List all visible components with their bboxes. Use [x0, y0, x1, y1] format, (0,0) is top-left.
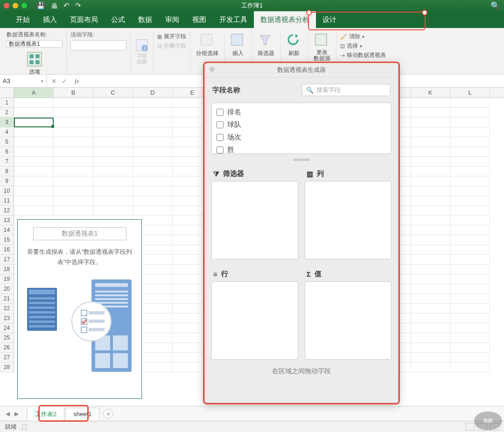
field-checkbox[interactable] [217, 134, 224, 141]
cell[interactable] [93, 176, 133, 186]
tab-home[interactable]: 开始 [9, 11, 36, 28]
cell[interactable] [450, 98, 490, 108]
row-header-16[interactable]: 16 [0, 245, 14, 255]
cell[interactable] [14, 157, 54, 167]
cell[interactable] [450, 206, 490, 216]
sheet-tab-1[interactable]: 工作表2 [27, 407, 64, 421]
builder-title-bar[interactable]: 数据透视表生成器 [205, 63, 398, 77]
cell[interactable] [450, 157, 490, 167]
row-header-7[interactable]: 7 [0, 157, 14, 167]
row-header-17[interactable]: 17 [0, 255, 14, 265]
select-button[interactable]: ⊡选择▾ [340, 42, 386, 50]
row-header-19[interactable]: 19 [0, 274, 14, 284]
cell[interactable] [411, 284, 450, 294]
cell[interactable] [133, 108, 173, 118]
cell[interactable] [450, 108, 490, 118]
cell[interactable] [133, 98, 173, 108]
cell[interactable] [411, 216, 450, 225]
cell[interactable] [411, 333, 450, 343]
row-header-14[interactable]: 14 [0, 225, 14, 235]
active-field-input[interactable] [70, 40, 126, 50]
cell[interactable] [450, 235, 490, 245]
cell[interactable] [54, 167, 93, 176]
cell[interactable] [93, 196, 133, 206]
tab-formulas[interactable]: 公式 [105, 11, 132, 28]
cell[interactable] [411, 157, 450, 167]
cell[interactable] [450, 147, 490, 157]
cell[interactable] [411, 255, 450, 265]
cell[interactable] [411, 294, 450, 304]
cell[interactable] [450, 362, 490, 372]
cell[interactable] [450, 314, 490, 323]
cell[interactable] [14, 108, 54, 118]
name-box[interactable]: A3▾ [0, 75, 47, 87]
row-header-13[interactable]: 13 [0, 216, 14, 225]
cell[interactable] [93, 147, 133, 157]
window-maximize[interactable] [21, 3, 27, 8]
panel-drag-handle[interactable] [293, 159, 310, 161]
cell[interactable] [54, 147, 93, 157]
cell[interactable] [133, 157, 173, 167]
tab-data[interactable]: 数据 [132, 11, 159, 28]
cell[interactable] [54, 157, 93, 167]
cell[interactable] [14, 147, 54, 157]
row-header-25[interactable]: 25 [0, 333, 14, 343]
cell[interactable] [411, 98, 450, 108]
cell[interactable] [450, 265, 490, 274]
field-checkbox[interactable] [217, 109, 224, 116]
field-checkbox[interactable] [217, 146, 224, 153]
field-item[interactable]: 排名 [215, 106, 388, 118]
cell[interactable] [14, 127, 54, 137]
cell[interactable] [93, 108, 133, 118]
cell[interactable] [14, 176, 54, 186]
move-pivot-button[interactable]: ⇢移动数据透视表 [340, 51, 386, 59]
cell[interactable] [14, 196, 54, 206]
cell[interactable] [54, 98, 93, 108]
cell[interactable] [133, 137, 173, 147]
cell[interactable] [450, 245, 490, 255]
cell[interactable] [450, 118, 490, 127]
cell[interactable] [450, 127, 490, 137]
tab-pivot-analyze[interactable]: 数据透视表分析 [254, 11, 316, 28]
cell[interactable] [14, 206, 54, 216]
cell[interactable] [411, 196, 450, 206]
cell[interactable] [54, 127, 93, 137]
row-header-26[interactable]: 26 [0, 343, 14, 353]
cell[interactable] [133, 118, 173, 127]
cell[interactable] [54, 108, 93, 118]
select-all-corner[interactable] [0, 88, 14, 98]
zone-rows[interactable] [211, 281, 298, 360]
cell[interactable] [93, 118, 133, 127]
zone-filters[interactable] [211, 181, 298, 259]
cell[interactable] [411, 108, 450, 118]
cell[interactable] [450, 284, 490, 294]
sheet-nav-next[interactable]: ▶ [13, 411, 21, 417]
cell[interactable] [54, 118, 93, 127]
cell[interactable] [450, 294, 490, 304]
cell[interactable] [450, 323, 490, 333]
cell[interactable] [14, 98, 54, 108]
col-header-D[interactable]: D [133, 88, 173, 98]
cell[interactable] [450, 176, 490, 186]
cell[interactable] [450, 255, 490, 265]
cell[interactable] [411, 304, 450, 314]
row-header-20[interactable]: 20 [0, 284, 14, 294]
field-item[interactable]: 球队 [215, 118, 388, 131]
col-header-C[interactable]: C [93, 88, 133, 98]
row-header-22[interactable]: 22 [0, 304, 14, 314]
cell[interactable] [133, 167, 173, 176]
row-header-12[interactable]: 12 [0, 206, 14, 216]
field-item[interactable]: 胜 [215, 144, 388, 154]
undo-icon[interactable]: ↶ [63, 1, 70, 10]
zone-columns[interactable] [305, 181, 392, 259]
fx-icon[interactable]: fx [72, 77, 79, 85]
field-item[interactable]: 场次 [215, 131, 388, 144]
cell[interactable] [450, 137, 490, 147]
cell[interactable] [411, 353, 450, 362]
cell[interactable] [133, 147, 173, 157]
row-header-5[interactable]: 5 [0, 137, 14, 147]
cell[interactable] [450, 353, 490, 362]
cell[interactable] [450, 196, 490, 206]
cell[interactable] [93, 137, 133, 147]
cell[interactable] [93, 98, 133, 108]
